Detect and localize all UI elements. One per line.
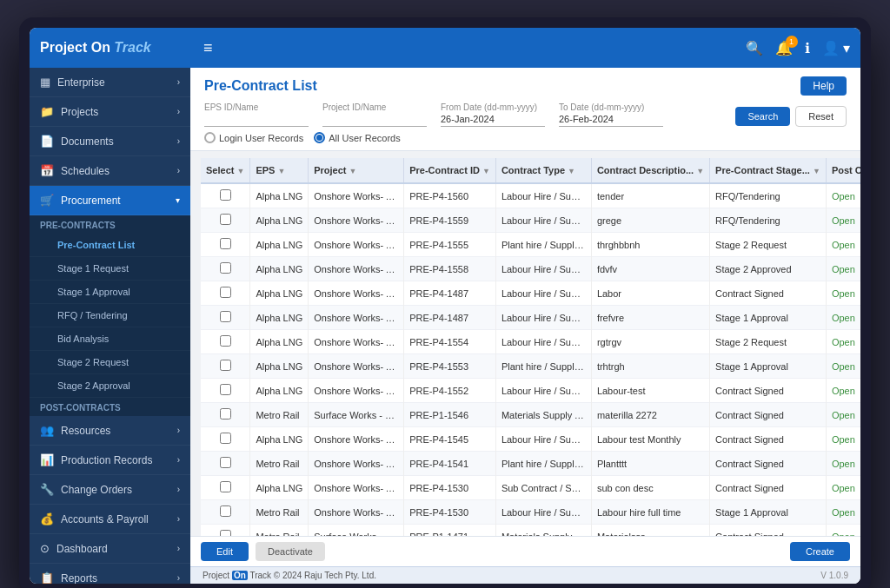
cell-pre_contract_id: PRE-P4-1530: [404, 500, 496, 525]
sidebar-item-stage2-approval[interactable]: Stage 2 Approval: [30, 374, 190, 398]
status-bar: Project On Track © 2024 Raju Tech Pty. L…: [190, 566, 860, 584]
chevron-right-icon: ›: [177, 136, 180, 146]
row-checkbox[interactable]: [220, 457, 231, 468]
enterprise-icon: ▦: [40, 76, 50, 89]
cell-pre_contract_id: PRE-P4-1558: [404, 257, 496, 281]
cell-project: Onshore Works- Are...: [309, 281, 404, 306]
search-icon[interactable]: 🔍: [746, 40, 763, 56]
cell-description: trhtrgh: [591, 354, 709, 379]
cell-project: Onshore Works- Are...: [309, 427, 404, 452]
cell-post-status: Open: [826, 379, 860, 403]
sidebar-label-schedules: Schedules: [61, 165, 110, 177]
cell-pre_contract_id: PRE-P4-1541: [404, 452, 496, 476]
cell-pre_contract_id: PRE-P1-1471: [404, 525, 496, 537]
cell-contract_type: Labour Hire / Supply...: [495, 281, 591, 306]
search-button[interactable]: Search: [735, 107, 790, 126]
create-button[interactable]: Create: [790, 542, 850, 561]
sidebar-item-bid-analysis[interactable]: Bid Analysis: [30, 327, 190, 351]
sidebar-item-pre-contract-list[interactable]: Pre-Contract List: [30, 234, 190, 257]
row-checkbox[interactable]: [220, 433, 231, 444]
th-description[interactable]: Contract Descriptio... ▼: [591, 158, 709, 183]
sidebar-item-reports[interactable]: 📋 Reports ›: [30, 564, 190, 584]
to-date-label: To Date (dd-mm-yyyy): [559, 102, 663, 112]
th-stage[interactable]: Pre-Contract Stage... ▼: [710, 158, 827, 183]
th-project[interactable]: Project ▼: [309, 158, 404, 183]
sidebar-item-dashboard[interactable]: ⊙ Dashboard ›: [30, 534, 190, 564]
cell-eps: Metro Rail: [250, 500, 309, 525]
sidebar-item-procurement[interactable]: 🛒 Procurement ▾: [30, 186, 190, 215]
sidebar-item-accounts-payroll[interactable]: 💰 Accounts & Payroll ›: [30, 505, 190, 534]
chevron-right-icon: ›: [177, 544, 180, 553]
row-checkbox[interactable]: [220, 238, 231, 249]
cell-eps: Metro Rail: [250, 403, 309, 427]
version-text: V 1.0.9: [820, 571, 848, 580]
cell-eps: Alpha LNG: [250, 281, 309, 306]
from-date-filter: From Date (dd-mm-yyyy): [441, 102, 545, 127]
row-checkbox[interactable]: [220, 335, 231, 347]
help-button[interactable]: Help: [800, 76, 847, 96]
hamburger-icon[interactable]: ≡: [203, 39, 213, 57]
sidebar-item-stage2-request[interactable]: Stage 2 Request: [30, 351, 190, 374]
row-checkbox[interactable]: [220, 262, 231, 274]
cell-description: Labour test Monthly: [591, 427, 709, 452]
th-contract-type[interactable]: Contract Type ▼: [495, 158, 591, 183]
cell-stage: Contract Signed: [710, 281, 827, 306]
row-checkbox[interactable]: [220, 530, 231, 536]
app-logo: Project On Track: [40, 40, 151, 56]
project-input[interactable]: [322, 114, 427, 127]
cell-pre_contract_id: PRE-P4-1487: [404, 306, 496, 330]
sidebar-item-enterprise[interactable]: ▦ Enterprise ›: [30, 68, 190, 97]
row-checkbox[interactable]: [220, 214, 231, 225]
row-checkbox[interactable]: [220, 311, 231, 322]
cell-contract_type: Labour Hire / Supply...: [495, 208, 591, 233]
from-date-input[interactable]: [441, 114, 545, 127]
radio-login-user[interactable]: Login User Records: [204, 132, 303, 143]
eps-input[interactable]: [204, 114, 309, 127]
sidebar-item-production-records[interactable]: 📊 Production Records ›: [30, 446, 190, 475]
row-checkbox[interactable]: [220, 287, 231, 298]
deactivate-button[interactable]: Deactivate: [256, 542, 325, 561]
cell-project: Onshore Works- Are...: [309, 354, 404, 379]
th-select[interactable]: Select ▼: [201, 158, 250, 183]
cell-stage: Stage 1 Approval: [710, 354, 827, 379]
sidebar-item-projects[interactable]: 📁 Projects ›: [30, 97, 190, 127]
sidebar-item-stage1-approval[interactable]: Stage 1 Approval: [30, 281, 190, 304]
to-date-filter: To Date (dd-mm-yyyy): [559, 102, 663, 127]
sidebar-item-stage1-request[interactable]: Stage 1 Request: [30, 257, 190, 281]
reset-button[interactable]: Reset: [795, 106, 847, 127]
row-checkbox[interactable]: [220, 408, 231, 420]
chevron-right-icon: ›: [177, 455, 180, 465]
sidebar-item-schedules[interactable]: 📅 Schedules ›: [30, 156, 190, 186]
sidebar-item-rfq-tendering[interactable]: RFQ / Tendering: [30, 304, 190, 327]
cell-pre_contract_id: PRE-P4-1530: [404, 476, 496, 500]
edit-button[interactable]: Edit: [201, 542, 249, 561]
sidebar-item-resources[interactable]: 👥 Resources ›: [30, 416, 190, 446]
sidebar-label-procurement: Procurement: [61, 195, 121, 207]
cell-stage: Contract Signed: [710, 452, 827, 476]
cell-description: fdvfv: [591, 257, 709, 281]
documents-icon: 📄: [40, 135, 54, 148]
row-checkbox[interactable]: [220, 189, 231, 201]
cell-stage: Contract Signed: [710, 427, 827, 452]
th-pre-contract-id[interactable]: Pre-Contract ID ▼: [404, 158, 496, 183]
cell-stage: Stage 2 Request: [710, 330, 827, 354]
th-post-status[interactable]: Post Contract Statu... ▼: [826, 158, 860, 183]
project-filter: Project ID/Name: [322, 102, 427, 127]
th-eps[interactable]: EPS ▼: [250, 158, 309, 183]
to-date-input[interactable]: [559, 114, 663, 127]
info-icon[interactable]: ℹ: [805, 40, 810, 56]
radio-all-user[interactable]: All User Records: [314, 132, 401, 143]
cell-pre_contract_id: PRE-P4-1553: [404, 354, 496, 379]
user-icon[interactable]: 👤 ▾: [822, 40, 850, 56]
cell-eps: Alpha LNG: [250, 427, 309, 452]
notification-icon[interactable]: 🔔 1: [775, 40, 793, 56]
row-checkbox[interactable]: [220, 384, 231, 395]
row-checkbox[interactable]: [220, 505, 231, 517]
row-checkbox[interactable]: [220, 360, 231, 371]
page-title: Pre-Contract List: [204, 78, 317, 94]
sidebar-item-change-orders[interactable]: 🔧 Change Orders ›: [30, 475, 190, 505]
sidebar-item-documents[interactable]: 📄 Documents ›: [30, 127, 190, 156]
cell-contract_type: Plant hire / Supply a...: [495, 354, 591, 379]
row-checkbox[interactable]: [220, 481, 231, 492]
cell-description: Plantttt: [591, 452, 709, 476]
